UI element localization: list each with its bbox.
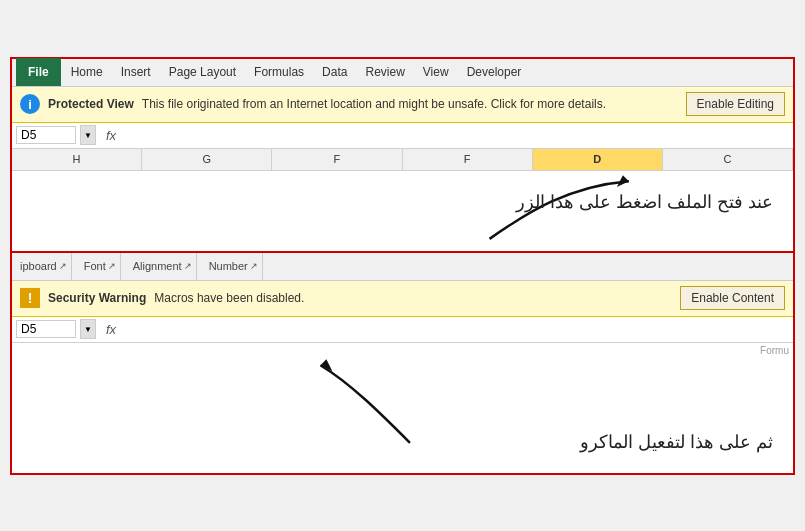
protected-view-label: Protected View — [48, 97, 134, 111]
enable-editing-button[interactable]: Enable Editing — [686, 92, 785, 116]
toolbar-alignment: Alignment ↗ — [129, 253, 197, 280]
menu-page-layout[interactable]: Page Layout — [161, 58, 244, 86]
col-h: H — [12, 149, 142, 170]
menu-developer[interactable]: Developer — [459, 58, 530, 86]
protected-view-bar: i Protected View This file originated fr… — [12, 87, 793, 123]
font-label: Font — [84, 260, 106, 272]
security-warning-label: Security Warning — [48, 291, 146, 305]
formu-label: Formu — [760, 345, 789, 356]
menu-home[interactable]: Home — [63, 58, 111, 86]
toolbar-clipboard: ipboard ↗ — [16, 253, 72, 280]
annotation-bottom: Formu ثم على هذا لتفعيل الماكرو — [12, 343, 793, 473]
col-c: C — [663, 149, 793, 170]
formula-icon-bottom: fx — [100, 322, 122, 337]
clipboard-label: ipboard — [20, 260, 57, 272]
cell-ref-dropdown-bottom[interactable]: ▼ — [80, 319, 96, 339]
svg-marker-1 — [320, 359, 332, 371]
clipboard-expand[interactable]: ↗ — [59, 261, 67, 271]
arabic-annotation-top: عند فتح الملف اضغط على هذا الزر — [516, 191, 773, 213]
annotation-top: عند فتح الملف اضغط على هذا الزر — [12, 171, 793, 251]
formula-bar-top: ▼ fx — [12, 123, 793, 149]
menu-view[interactable]: View — [415, 58, 457, 86]
info-icon: i — [20, 94, 40, 114]
file-tab[interactable]: File — [16, 58, 61, 86]
toolbar-number: Number ↗ — [205, 253, 263, 280]
svg-marker-0 — [617, 175, 629, 187]
col-f2: F — [403, 149, 533, 170]
cell-reference-bottom[interactable] — [16, 320, 76, 338]
column-headers-top: H G F F D C — [12, 149, 793, 171]
alignment-label: Alignment — [133, 260, 182, 272]
alignment-expand[interactable]: ↗ — [184, 261, 192, 271]
ribbon-menu: File Home Insert Page Layout Formulas Da… — [12, 59, 793, 87]
protected-view-text: This file originated from an Internet lo… — [142, 97, 678, 111]
number-expand[interactable]: ↗ — [250, 261, 258, 271]
menu-insert[interactable]: Insert — [113, 58, 159, 86]
col-d: D — [533, 149, 663, 170]
security-warning-text: Macros have been disabled. — [154, 291, 672, 305]
menu-data[interactable]: Data — [314, 58, 355, 86]
col-g: G — [142, 149, 272, 170]
arabic-annotation-bottom: ثم على هذا لتفعيل الماكرو — [580, 431, 773, 453]
security-warning-bar: ! Security Warning Macros have been disa… — [12, 281, 793, 317]
enable-content-button[interactable]: Enable Content — [680, 286, 785, 310]
number-label: Number — [209, 260, 248, 272]
excel-screenshot: File Home Insert Page Layout Formulas Da… — [10, 57, 795, 475]
cell-reference-top[interactable] — [16, 126, 76, 144]
formula-bar-bottom: ▼ fx — [12, 317, 793, 343]
menu-review[interactable]: Review — [357, 58, 412, 86]
menu-formulas[interactable]: Formulas — [246, 58, 312, 86]
formula-icon-top: fx — [100, 128, 122, 143]
col-f1: F — [272, 149, 402, 170]
font-expand[interactable]: ↗ — [108, 261, 116, 271]
toolbar-font: Font ↗ — [80, 253, 121, 280]
toolbar-bar: ipboard ↗ Font ↗ Alignment ↗ Number ↗ — [12, 253, 793, 281]
cell-ref-dropdown[interactable]: ▼ — [80, 125, 96, 145]
warning-icon: ! — [20, 288, 40, 308]
top-section: File Home Insert Page Layout Formulas Da… — [12, 59, 793, 253]
bottom-section: ipboard ↗ Font ↗ Alignment ↗ Number ↗ — [12, 253, 793, 473]
